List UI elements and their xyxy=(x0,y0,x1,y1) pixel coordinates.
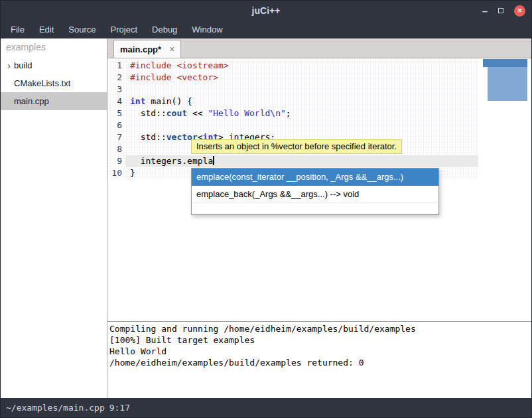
overview-slab xyxy=(488,67,527,101)
tab-label: main.cpp* xyxy=(120,44,161,54)
completion-item[interactable]: emplace(const_iterator __position, _Args… xyxy=(192,169,438,186)
terminal-line: [100%] Built target examples xyxy=(109,334,529,346)
close-button[interactable]: ✕ xyxy=(514,5,525,17)
menu-item-debug[interactable]: Debug xyxy=(145,22,184,37)
window-title: juCi++ xyxy=(252,5,281,16)
line-number: 2 xyxy=(107,72,125,84)
tree-item-label: main.cpp xyxy=(14,96,49,106)
line-number: 4 xyxy=(107,96,125,107)
line-number: 6 xyxy=(107,119,125,131)
menu-item-window[interactable]: Window xyxy=(184,22,230,37)
completion-popup: emplace(const_iterator __position, _Args… xyxy=(191,168,439,215)
terminal-line: /home/eidheim/examples/build/examples re… xyxy=(109,357,529,368)
line-number: 7 xyxy=(107,131,125,143)
line-number: 5 xyxy=(107,107,125,119)
sidebar-file-browser: examples ›buildCMakeLists.txtmain.cpp xyxy=(1,38,107,398)
terminal-line: Hello World xyxy=(109,346,529,357)
tab-close-icon[interactable]: × xyxy=(169,44,174,54)
maximize-button[interactable] xyxy=(498,8,503,13)
editor-line-3[interactable]: 3 xyxy=(107,84,478,96)
editor-line-6[interactable]: 6 xyxy=(107,119,478,131)
maximize-icon xyxy=(498,8,503,13)
text-cursor xyxy=(213,156,214,165)
minimize-icon: – xyxy=(482,5,488,17)
menu-item-project[interactable]: Project xyxy=(103,22,145,37)
code-text: std::cout << "Hello World\n"; xyxy=(125,107,478,119)
editor-line-4[interactable]: 4int main() { xyxy=(107,96,478,107)
code-text xyxy=(125,84,478,96)
tree-item-build[interactable]: ›build xyxy=(1,56,107,74)
chevron-right-icon[interactable]: › xyxy=(4,60,14,71)
overview-band xyxy=(483,59,527,67)
menu-item-source[interactable]: Source xyxy=(61,22,103,37)
line-number: 10 xyxy=(107,167,125,179)
tab-bar: main.cpp* × xyxy=(107,38,531,58)
terminal-line: Compiling and running /home/eidheim/exam… xyxy=(109,323,529,334)
menu-bar: FileEditSourceProjectDebugWindow xyxy=(1,21,531,38)
menu-item-edit[interactable]: Edit xyxy=(32,22,61,37)
editor-text-area[interactable]: 1#include <iostream>2#include <vector>34… xyxy=(107,60,478,179)
code-text: integers.empla xyxy=(125,155,478,167)
editor-line-9[interactable]: 9 integers.empla xyxy=(107,155,478,167)
app-window: juCi++ – ✕ FileEditSourceProjectDebugWin… xyxy=(0,0,532,418)
sidebar-header: examples xyxy=(1,38,107,56)
tree-item-label: build xyxy=(14,60,32,70)
tree-item-main-cpp[interactable]: main.cpp xyxy=(1,92,107,110)
line-number: 8 xyxy=(107,143,125,155)
close-icon: ✕ xyxy=(517,7,523,14)
completion-item[interactable]: emplace_back(_Args &&__args...) --> void xyxy=(192,186,438,203)
tab-main-cpp[interactable]: main.cpp* × xyxy=(113,40,181,58)
code-text: int main() { xyxy=(125,96,478,107)
titlebar[interactable]: juCi++ – ✕ xyxy=(1,1,531,21)
minimize-button[interactable]: – xyxy=(482,5,488,17)
content-column: main.cpp* × 1#include <iostream>2#includ… xyxy=(107,38,531,398)
tree-item-cmakelists-txt[interactable]: CMakeLists.txt xyxy=(1,74,107,92)
terminal-panel[interactable]: Compiling and running /home/eidheim/exam… xyxy=(107,321,531,398)
editor[interactable]: 1#include <iostream>2#include <vector>34… xyxy=(107,58,531,321)
code-text xyxy=(125,119,478,131)
tree-item-label: CMakeLists.txt xyxy=(14,78,70,88)
status-cursor-position: 9:17 xyxy=(109,403,130,413)
line-number: 9 xyxy=(107,155,125,167)
main-area: examples ›buildCMakeLists.txtmain.cpp ma… xyxy=(1,38,531,398)
editor-line-1[interactable]: 1#include <iostream> xyxy=(107,60,478,72)
status-bar: ~/examples/main.cpp 9:17 xyxy=(1,398,531,417)
editor-line-2[interactable]: 2#include <vector> xyxy=(107,72,478,84)
status-file-path: ~/examples/main.cpp xyxy=(6,403,105,413)
file-tree: ›buildCMakeLists.txtmain.cpp xyxy=(1,56,107,110)
window-controls: – ✕ xyxy=(482,1,525,21)
editor-line-5[interactable]: 5 std::cout << "Hello World\n"; xyxy=(107,107,478,119)
editor-overview-map[interactable] xyxy=(483,59,527,101)
code-text: #include <vector> xyxy=(125,72,478,84)
line-number: 3 xyxy=(107,84,125,96)
doc-tooltip: Inserts an object in %vector before spec… xyxy=(191,139,402,154)
code-text: #include <iostream> xyxy=(125,60,478,72)
menu-item-file[interactable]: File xyxy=(3,22,32,37)
line-number: 1 xyxy=(107,60,125,72)
